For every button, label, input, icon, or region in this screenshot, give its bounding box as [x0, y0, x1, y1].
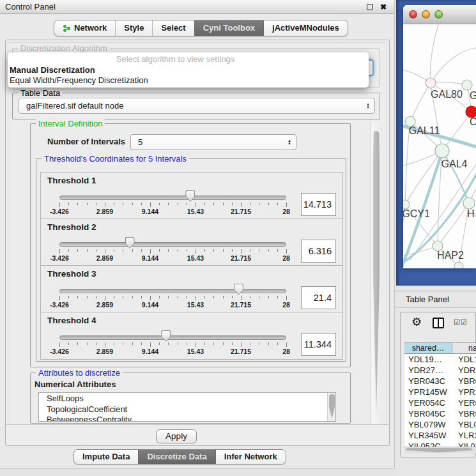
minimize-light-icon[interactable] — [422, 10, 430, 19]
network-node-ga[interactable] — [462, 80, 472, 90]
table-data-combobox[interactable]: galFiltered.sif default node ▲▼ — [19, 98, 375, 114]
network-edge[interactable] — [431, 24, 439, 83]
cell-name[interactable]: YBR0… — [452, 408, 476, 419]
cell-shared-name[interactable]: YDL19… — [404, 354, 452, 365]
tab-cyni-toolbox[interactable]: Cyni Toolbox — [194, 20, 263, 36]
network-node-gcy1[interactable] — [403, 200, 410, 209]
threshold-1-slider[interactable]: -3.4262.8599.14415.4321.71528 — [59, 190, 286, 217]
network-edge[interactable] — [431, 47, 476, 83]
tab-style[interactable]: Style — [115, 20, 152, 36]
network-node-h[interactable] — [463, 197, 475, 209]
column-header-name[interactable]: na — [452, 343, 476, 353]
cell-shared-name[interactable]: YBR043C — [404, 376, 452, 387]
slider-thumb[interactable] — [185, 190, 195, 202]
cell-name[interactable]: YDR2… — [452, 365, 476, 376]
tick-mark — [68, 342, 69, 345]
cell-shared-name[interactable]: YLR345W — [404, 430, 452, 441]
table-row[interactable]: YDR27…YDR2… — [404, 365, 476, 376]
network-edge[interactable] — [410, 83, 431, 121]
cell-name[interactable]: YBR0… — [452, 376, 476, 387]
tick-mark — [204, 296, 205, 298]
table-row[interactable]: YER054CYER0… — [404, 397, 476, 408]
tab-impute-data[interactable]: Impute Data — [74, 450, 138, 464]
table-row[interactable]: YLR345WYLR3… — [404, 430, 476, 441]
tick-label: 28 — [282, 208, 290, 215]
tab-infer-network[interactable]: Infer Network — [215, 450, 286, 464]
cell-name[interactable]: YIL0… — [452, 441, 476, 447]
slider-thumb[interactable] — [234, 284, 243, 295]
attribute-item-betweennesscentrality[interactable]: BetweennessCentrality — [39, 414, 335, 422]
table-row[interactable]: YBR043CYBR0… — [404, 376, 476, 387]
attribute-item-topologicalcoefficient[interactable]: TopologicalCoefficient — [39, 404, 335, 415]
threshold-4-value-field[interactable]: 11.344 — [301, 333, 336, 356]
numerical-attributes-list[interactable]: SelfLoopsTopologicalCoefficientBetweenne… — [38, 392, 336, 422]
cell-name[interactable]: YPR1… — [452, 387, 476, 397]
network-node-gal80[interactable] — [426, 78, 436, 88]
cell-shared-name[interactable]: YBR045C — [404, 408, 452, 419]
table-row[interactable]: YBL079WYBL0… — [404, 419, 476, 430]
float-window-icon[interactable] — [367, 4, 373, 10]
slider-thumb[interactable] — [125, 237, 135, 249]
table-row[interactable]: YPR145WYPR1… — [404, 387, 476, 397]
network-node[interactable] — [454, 262, 463, 268]
network-window-titlebar[interactable] — [403, 5, 476, 24]
tick-label: 2.859 — [96, 301, 113, 309]
slider-track[interactable] — [59, 289, 286, 293]
panel-scrollbar[interactable] — [371, 122, 381, 424]
network-canvas[interactable]: GAL80GACGAL11GAL4GCY1HHAP2 — [403, 24, 476, 268]
tab-network[interactable]: Network — [54, 20, 115, 36]
popup-option-manual-discretization[interactable]: Manual Discretization — [10, 65, 367, 75]
cell-shared-name[interactable]: YIL052C — [404, 441, 452, 447]
split-table-icon[interactable] — [433, 318, 444, 328]
close-icon[interactable]: ✖ — [380, 0, 387, 14]
table-row[interactable]: YDL19…YDL1… — [404, 354, 476, 365]
slider-track[interactable] — [59, 242, 286, 247]
select-columns-icon[interactable]: ☑☑ — [454, 318, 468, 326]
close-light-icon[interactable] — [409, 10, 417, 19]
threshold-2-value-field[interactable]: 6.316 — [301, 240, 336, 263]
threshold-4-slider[interactable]: -3.4262.8599.14415.4321.71528 — [59, 330, 286, 357]
tab-jactivemnodules[interactable]: jActiveMNodules — [263, 20, 348, 36]
list-scrollbar[interactable] — [327, 393, 335, 421]
tick-mark — [178, 203, 178, 205]
threshold-3-slider[interactable]: -3.4262.8599.14415.4321.71528 — [59, 284, 286, 311]
column-header-shared-name[interactable]: shared… — [404, 343, 452, 353]
slider-thumb[interactable] — [161, 330, 171, 342]
tick-mark — [114, 203, 114, 205]
table-row[interactable]: YBR045CYBR0… — [404, 408, 476, 419]
threshold-2-slider[interactable]: -3.4262.8599.14415.4321.71528 — [59, 237, 286, 264]
gear-icon[interactable]: ⚙ — [411, 316, 422, 328]
cell-name[interactable]: YDL1… — [452, 354, 476, 365]
tick-mark — [204, 203, 205, 205]
attribute-item-selfloops[interactable]: SelfLoops — [39, 393, 335, 404]
table-horizontal-scrollbar[interactable] — [404, 447, 476, 453]
cell-shared-name[interactable]: YDR27… — [404, 365, 452, 376]
tick-mark — [132, 296, 133, 298]
apply-button[interactable]: Apply — [156, 429, 197, 443]
table-row[interactable]: YIL052CYIL0… — [404, 441, 476, 447]
tick-mark — [268, 203, 269, 205]
tick-mark — [250, 203, 250, 205]
slider-track[interactable] — [59, 335, 286, 340]
tick-mark — [159, 249, 160, 252]
cell-name[interactable]: YER0… — [452, 397, 476, 408]
threshold-1-value-field[interactable]: 14.713 — [301, 193, 336, 216]
popup-option-equal-width-frequency-discretization[interactable]: Equal Width/Frequency Discretization — [10, 75, 367, 86]
cell-shared-name[interactable]: YPR145W — [404, 387, 452, 397]
cell-shared-name[interactable]: YER054C — [404, 397, 452, 408]
zoom-light-icon[interactable] — [434, 10, 443, 19]
tick-mark — [132, 249, 133, 252]
cell-name[interactable]: YLR3… — [452, 430, 476, 441]
number-of-intervals-combobox[interactable]: 5 ▲▼ — [130, 134, 296, 150]
slider-track[interactable] — [59, 196, 286, 200]
threshold-3-value-field[interactable]: 21.4 — [301, 286, 336, 309]
network-node-gal4[interactable] — [435, 144, 449, 158]
tick-label: 9.144 — [142, 348, 158, 355]
tab-discretize-data[interactable]: Discretize Data — [138, 450, 215, 464]
cell-shared-name[interactable]: YBL079W — [404, 419, 452, 430]
threshold-label: Threshold 3 — [47, 269, 96, 279]
tick-label: 2.859 — [96, 254, 113, 262]
tab-select[interactable]: Select — [152, 20, 194, 36]
tick-label: -3.426 — [50, 208, 69, 215]
cell-name[interactable]: YBL0… — [452, 419, 476, 430]
